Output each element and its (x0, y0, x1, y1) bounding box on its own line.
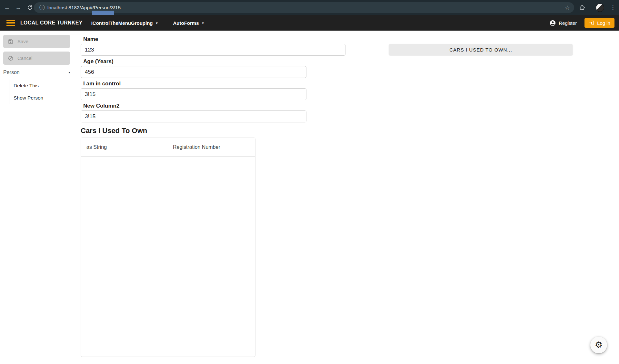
browser-toolbar-right: ⋮ (578, 0, 617, 15)
register-label: Register (559, 20, 577, 26)
cars-table: as String Registration Number (81, 138, 255, 357)
new-column2-input[interactable] (81, 110, 306, 122)
login-button[interactable]: Log in (584, 18, 614, 28)
login-icon (589, 20, 594, 26)
cars-table-header: as String Registration Number (81, 138, 255, 157)
blue-highlight-strip (92, 11, 114, 15)
back-icon[interactable]: ← (3, 4, 11, 12)
main-content: Name Age (Years) I am in control New Col… (74, 31, 619, 364)
browser-profile-avatar[interactable] (596, 4, 604, 12)
toolbar-separator (591, 4, 591, 11)
cars-table-body (81, 157, 255, 357)
navbar-right: Register Log in (549, 18, 614, 28)
age-field-label: Age (Years) (83, 58, 345, 65)
browser-menu-icon[interactable]: ⋮ (609, 4, 617, 12)
url-text[interactable]: localhost:8182/App#/Person/3!15 (47, 5, 121, 10)
control-input[interactable] (81, 88, 306, 100)
account-circle-icon (549, 20, 556, 26)
gear-icon: ⚙ (595, 340, 603, 350)
reload-icon[interactable] (25, 4, 34, 12)
control-field-label: I am in control (83, 81, 345, 87)
cars-grid-heading: Cars I Used To Own (81, 127, 345, 135)
name-input[interactable] (81, 44, 345, 56)
sidebar-item-delete-this[interactable]: Delete This (9, 80, 53, 92)
browser-nav-controls: ← → (3, 0, 34, 15)
age-input[interactable] (81, 66, 306, 78)
save-button[interactable]: Save (3, 35, 70, 48)
login-label: Log in (597, 20, 610, 26)
name-field-label: Name (83, 36, 345, 43)
menu-hamburger-icon[interactable] (6, 20, 15, 26)
register-button[interactable]: Register (549, 20, 577, 26)
brand-title[interactable]: LOCAL CORE TURNKEY (20, 20, 83, 26)
app-navbar: LOCAL CORE TURNKEY IControlTheMenuGroupi… (0, 15, 619, 31)
nav-menu-grouping[interactable]: IControlTheMenuGrouping ▾ (91, 20, 158, 26)
extensions-icon[interactable] (578, 4, 586, 12)
nav-menu-autoforms[interactable]: AutoForms ▾ (173, 20, 204, 26)
nav-menu-autoforms-label: AutoForms (173, 20, 199, 26)
settings-fab[interactable]: ⚙ (590, 337, 607, 353)
cancel-label: Cancel (17, 55, 33, 61)
cars-i-used-to-own-button[interactable]: CARS I USED TO OWN... (389, 44, 573, 55)
bookmark-star-icon[interactable]: ☆ (565, 4, 570, 11)
nav-menu-grouping-label: IControlTheMenuGrouping (91, 20, 153, 26)
site-info-icon[interactable]: ⓘ (39, 4, 45, 11)
cancel-button[interactable]: Cancel (3, 52, 70, 65)
save-icon (8, 39, 14, 44)
chevron-down-icon: ▾ (156, 21, 157, 25)
collapse-caret-icon: ▾ (68, 71, 70, 74)
column-header-as-string[interactable]: as String (81, 138, 168, 156)
person-section-toggle[interactable]: Person ▾ (3, 70, 70, 75)
person-form: Name Age (Years) I am in control New Col… (81, 36, 345, 357)
forward-icon[interactable]: → (14, 4, 23, 12)
person-menu-items: Delete This Show Person (9, 80, 53, 104)
sidebar-item-show-person[interactable]: Show Person (9, 92, 53, 104)
cancel-icon (8, 55, 14, 61)
save-label: Save (17, 39, 28, 44)
person-section-label: Person (3, 70, 20, 75)
chevron-down-icon: ▾ (202, 21, 204, 25)
new-column2-field-label: New Column2 (83, 103, 345, 109)
column-header-registration-number[interactable]: Registration Number (168, 138, 255, 156)
app-body: Save Cancel Person ▾ Delete This Show Pe… (0, 31, 619, 364)
url-bar[interactable]: ⓘ localhost:8182/App#/Person/3!15 ☆ (34, 2, 574, 13)
sidebar: Save Cancel Person ▾ Delete This Show Pe… (0, 31, 74, 364)
